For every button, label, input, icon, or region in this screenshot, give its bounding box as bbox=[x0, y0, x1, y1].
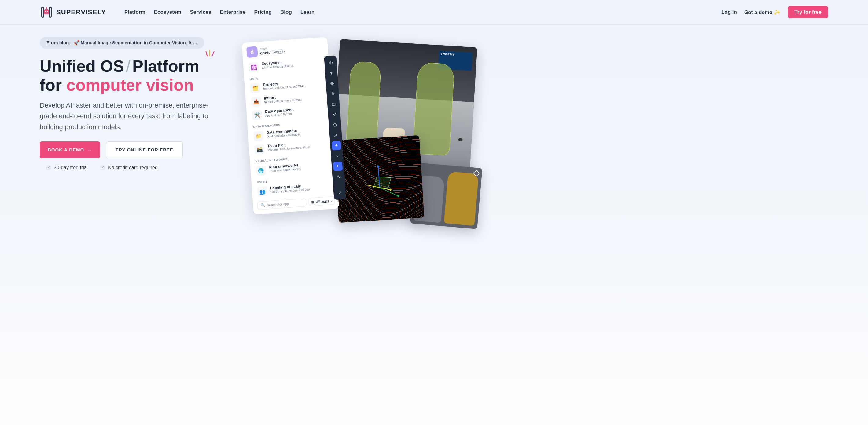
svg-rect-0 bbox=[44, 9, 49, 14]
svg-line-8 bbox=[212, 52, 214, 56]
users-icon: 👥 bbox=[257, 186, 268, 197]
all-apps-label: All apps bbox=[316, 199, 330, 203]
svg-point-11 bbox=[333, 115, 333, 116]
magic-wand-icon[interactable] bbox=[335, 188, 344, 197]
hero-subtitle: Develop AI faster and better with on-pre… bbox=[40, 100, 217, 132]
segmentation-mask-person bbox=[346, 61, 381, 145]
svg-point-2 bbox=[47, 11, 48, 12]
import-icon: 📤 bbox=[251, 97, 261, 107]
check-no-card-label: No credit card required bbox=[108, 165, 158, 170]
polygon-tool-icon[interactable] bbox=[330, 120, 340, 130]
svg-rect-10 bbox=[332, 103, 335, 105]
brand-logo[interactable]: SUPERVISELY bbox=[40, 5, 106, 19]
blog-tag-pill[interactable]: From blog: 🚀 Manual Image Segmentation i… bbox=[40, 37, 204, 48]
hero-cta-row: BOOK A DEMO → TRY ONLINE FOR FREE bbox=[40, 141, 229, 158]
title-slash: / bbox=[124, 57, 132, 75]
svg-rect-3 bbox=[45, 13, 48, 13]
user-name: denis bbox=[260, 50, 271, 55]
hero-checks: ✓ 30-day free trial ✓ No credit card req… bbox=[40, 165, 229, 170]
nav-learn[interactable]: Learn bbox=[301, 9, 314, 15]
check-icon: ✓ bbox=[46, 165, 51, 170]
try-free-button[interactable]: Try for free bbox=[787, 6, 828, 18]
nav-ecosystem[interactable]: Ecosystem bbox=[154, 9, 182, 15]
grid-icon: ▦ bbox=[311, 200, 315, 204]
pan-tool-icon[interactable] bbox=[327, 78, 337, 88]
svg-line-6 bbox=[206, 52, 207, 56]
blog-prefix: From blog: bbox=[46, 40, 70, 45]
title-part-4: computer vision bbox=[66, 76, 194, 94]
tools-icon: 🛠️ bbox=[252, 110, 262, 120]
smart-tool-icon[interactable] bbox=[332, 141, 341, 150]
check-icon: ✓ bbox=[100, 165, 105, 170]
projects-icon: 🗂️ bbox=[250, 83, 260, 94]
hero-section: From blog: 🚀 Manual Image Segmentation i… bbox=[0, 25, 868, 235]
site-header: SUPERVISELY Platform Ecosystem Services … bbox=[0, 0, 868, 25]
pointer-tool-icon[interactable] bbox=[327, 68, 336, 78]
hero-title: Unified OS/Platform for computer vision bbox=[40, 57, 229, 94]
svg-point-12 bbox=[334, 114, 334, 114]
check-no-card: ✓ No credit card required bbox=[100, 165, 158, 170]
main-nav: Platform Ecosystem Services Enterprise P… bbox=[124, 9, 315, 15]
header-actions: Log in Get a demo ✨ Try for free bbox=[721, 6, 828, 18]
ai-add-tool-icon[interactable] bbox=[333, 162, 343, 171]
svg-point-9 bbox=[332, 92, 333, 93]
brush-tool-icon[interactable] bbox=[331, 130, 340, 140]
check-trial-label: 30-day free trial bbox=[54, 165, 88, 170]
commander-icon: 📁 bbox=[253, 131, 264, 141]
check-trial: ✓ 30-day free trial bbox=[46, 165, 88, 170]
user-header[interactable]: d Team denis ADMIN ▾ bbox=[246, 41, 324, 58]
move-tool-icon[interactable] bbox=[326, 58, 336, 68]
svg-point-1 bbox=[45, 11, 46, 12]
logo-icon bbox=[40, 5, 53, 19]
panel-footer: 🔍 Search for app ▦ All apps › bbox=[257, 196, 335, 210]
title-part-3: for bbox=[40, 76, 66, 94]
arrow-right-icon: → bbox=[87, 147, 92, 153]
admin-badge: ADMIN bbox=[272, 49, 283, 54]
brand-name: SUPERVISELY bbox=[56, 8, 106, 16]
atom-icon: ⚛️ bbox=[248, 62, 259, 72]
login-link[interactable]: Log in bbox=[721, 9, 737, 15]
globe-icon: 🌐 bbox=[256, 165, 266, 176]
svg-point-14 bbox=[335, 113, 336, 113]
nav-platform[interactable]: Platform bbox=[124, 9, 146, 15]
nav-services[interactable]: Services bbox=[190, 9, 211, 15]
svg-point-13 bbox=[334, 115, 335, 115]
spark-icon bbox=[206, 49, 216, 57]
svg-point-5 bbox=[46, 7, 47, 8]
preview-lidar-pointcloud bbox=[334, 135, 424, 223]
team-files-icon: 🗃️ bbox=[254, 144, 265, 155]
polyline-tool-icon[interactable] bbox=[330, 110, 339, 120]
search-input[interactable]: 🔍 Search for app bbox=[257, 198, 306, 210]
try-online-button[interactable]: TRY ONLINE FOR FREE bbox=[106, 141, 183, 158]
spacer bbox=[334, 182, 344, 187]
chevron-down-icon[interactable] bbox=[332, 151, 342, 161]
skeleton-tool-icon[interactable] bbox=[328, 89, 338, 99]
ai-check-tool-icon[interactable] bbox=[334, 172, 344, 181]
avatar: d bbox=[246, 46, 258, 58]
blog-headline: 🚀 Manual Image Segmentation in Computer … bbox=[74, 40, 197, 45]
hero-content: From blog: 🚀 Manual Image Segmentation i… bbox=[40, 34, 229, 235]
user-meta: Team denis ADMIN ▾ bbox=[260, 46, 286, 56]
search-icon: 🔍 bbox=[261, 203, 265, 208]
rectangle-tool-icon[interactable] bbox=[329, 99, 338, 109]
search-placeholder: Search for app bbox=[267, 202, 289, 207]
nav-blog[interactable]: Blog bbox=[280, 9, 292, 15]
title-part-2: Platform bbox=[132, 57, 199, 75]
title-part-1: Unified OS bbox=[40, 57, 124, 75]
hero-illustration: d Team denis ADMIN ▾ ⚛️ EcosystemExplore… bbox=[242, 34, 868, 235]
all-apps-button[interactable]: ▦ All apps › bbox=[308, 196, 335, 206]
pigeon-shape bbox=[458, 138, 463, 141]
nav-enterprise[interactable]: Enterprise bbox=[220, 9, 245, 15]
get-demo-link[interactable]: Get a demo ✨ bbox=[744, 9, 780, 15]
chevron-right-icon: › bbox=[331, 199, 332, 203]
book-demo-button[interactable]: BOOK A DEMO → bbox=[40, 141, 100, 158]
nav-pricing[interactable]: Pricing bbox=[254, 9, 272, 15]
chevron-down-icon: ▾ bbox=[284, 50, 286, 53]
book-demo-label: BOOK A DEMO bbox=[48, 147, 84, 153]
